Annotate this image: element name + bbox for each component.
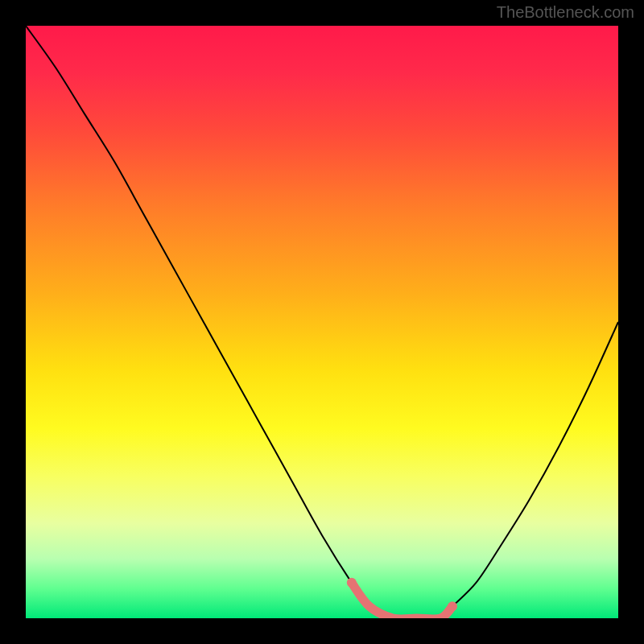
marker-dot-left: [347, 578, 357, 588]
marker-band: [352, 583, 452, 618]
bottleneck-curve: [26, 26, 618, 618]
marker-dot-right: [448, 601, 457, 611]
chart-svg: [26, 26, 618, 618]
chart-plot-area: [26, 26, 618, 618]
watermark-text: TheBottleneck.com: [497, 3, 634, 22]
